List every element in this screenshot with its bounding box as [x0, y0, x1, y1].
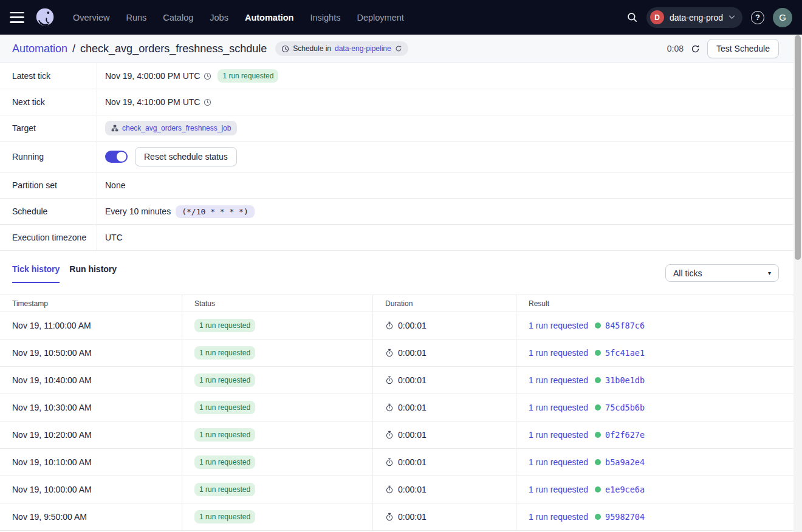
table-row: Nov 19, 11:00:00 AM 1 run requested 0:00…	[0, 312, 793, 339]
scrollbar-thumb[interactable]	[795, 35, 801, 260]
runs-requested-link[interactable]: 1 run requested	[529, 430, 588, 440]
running-toggle[interactable]	[105, 151, 128, 163]
tick-duration: 0:00:01	[398, 430, 427, 440]
column-header-duration: Duration	[373, 295, 516, 312]
refresh-icon[interactable]	[395, 45, 402, 52]
tick-duration: 0:00:01	[398, 485, 427, 494]
header-actions: 0:08 Test Schedule	[667, 39, 779, 58]
detail-row-target: Target check_avg_orders_freshness_job	[0, 115, 793, 142]
nav-item-deployment[interactable]: Deployment	[357, 13, 403, 22]
nav-item-catalog[interactable]: Catalog	[163, 13, 193, 22]
run-id-link[interactable]: 5fc41ae1	[605, 348, 645, 358]
test-schedule-button[interactable]: Test Schedule	[707, 39, 779, 58]
latest-tick-time: Nov 19, 4:00:00 PM UTC	[105, 71, 200, 81]
nav-item-runs[interactable]: Runs	[126, 13, 146, 22]
refresh-countdown: 0:08	[667, 44, 684, 53]
run-id-link[interactable]: 75cd5b6b	[605, 403, 645, 412]
runs-requested-link[interactable]: 1 run requested	[529, 321, 588, 330]
search-icon[interactable]	[626, 12, 638, 23]
target-job-link[interactable]: check_avg_orders_freshness_job	[122, 124, 231, 132]
status-badge: 1 run requested	[194, 483, 255, 496]
tick-duration: 0:00:01	[398, 348, 427, 358]
tick-timestamp: Nov 19, 9:50:00 AM	[0, 503, 182, 530]
tick-filter-select[interactable]: All ticks ▾	[665, 264, 779, 282]
run-id-link[interactable]: 845f87c6	[605, 321, 645, 330]
tick-timestamp: Nov 19, 10:10:00 AM	[0, 449, 182, 476]
user-avatar[interactable]: G	[773, 8, 792, 27]
table-row: Nov 19, 10:00:00 AM 1 run requested 0:00…	[0, 476, 793, 503]
tick-timestamp: Nov 19, 10:40:00 AM	[0, 367, 182, 394]
run-id-link[interactable]: e1e9ce6a	[605, 485, 645, 494]
nav-item-jobs[interactable]: Jobs	[210, 13, 228, 22]
detail-label: Partition set	[0, 172, 97, 198]
run-id-link[interactable]: 0f2f627e	[605, 430, 645, 440]
caret-down-icon: ▾	[768, 270, 771, 276]
detail-label: Execution timezone	[0, 225, 97, 250]
tick-duration: 0:00:01	[398, 321, 427, 330]
table-row: Nov 19, 10:10:00 AM 1 run requested 0:00…	[0, 449, 793, 476]
clock-icon	[204, 98, 211, 106]
clock-icon	[281, 45, 289, 53]
detail-row-schedule: Schedule Every 10 minutes (*/10 * * * *)	[0, 199, 793, 225]
clock-icon	[204, 72, 211, 80]
timezone-value: UTC	[105, 233, 123, 242]
run-status-dot	[595, 377, 601, 383]
tab-run-history[interactable]: Run history	[69, 264, 117, 283]
menu-icon[interactable]	[10, 12, 24, 23]
tick-filter-value: All ticks	[673, 268, 702, 278]
run-status-dot	[595, 459, 601, 465]
run-status-dot	[595, 514, 601, 520]
deployment-switcher[interactable]: D data-eng-prod	[646, 7, 742, 28]
table-row: Nov 19, 9:50:00 AM 1 run requested 0:00:…	[0, 503, 793, 531]
detail-label: Next tick	[0, 89, 97, 115]
deployment-initial-badge: D	[650, 10, 664, 24]
nav-item-insights[interactable]: Insights	[310, 13, 340, 22]
run-id-link[interactable]: b5a9a2e4	[605, 457, 645, 467]
nav-item-overview[interactable]: Overview	[73, 13, 109, 22]
help-icon[interactable]: ?	[751, 11, 764, 24]
runs-requested-link[interactable]: 1 run requested	[529, 403, 588, 412]
column-header-status: Status	[182, 295, 373, 312]
reset-schedule-status-button[interactable]: Reset schedule status	[135, 147, 237, 166]
topnav-right: D data-eng-prod ? G	[626, 7, 792, 28]
detail-row-running: Running Reset schedule status	[0, 142, 793, 172]
runs-requested-link[interactable]: 1 run requested	[529, 457, 588, 467]
run-requested-badge: 1 run requested	[218, 69, 278, 83]
detail-label: Latest tick	[0, 63, 97, 89]
page-title: check_avg_orders_freshness_schdule	[80, 43, 267, 55]
runs-requested-link[interactable]: 1 run requested	[529, 375, 588, 385]
run-status-dot	[595, 486, 601, 493]
tab-tick-history[interactable]: Tick history	[12, 264, 60, 283]
run-id-link[interactable]: 31b0e1db	[605, 375, 645, 385]
detail-row-partition-set: Partition set None	[0, 172, 793, 199]
status-badge: 1 run requested	[194, 401, 255, 414]
schedule-details: Latest tick Nov 19, 4:00:00 PM UTC 1 run…	[0, 63, 793, 251]
tick-timestamp: Nov 19, 10:50:00 AM	[0, 339, 182, 366]
partition-set-value: None	[105, 180, 125, 190]
runs-requested-link[interactable]: 1 run requested	[529, 348, 588, 358]
run-status-dot	[595, 404, 601, 411]
location-badge-prefix: Schedule in	[293, 44, 331, 53]
primary-nav: Overview Runs Catalog Jobs Automation In…	[73, 13, 404, 22]
history-tabs: Tick history Run history	[12, 264, 117, 283]
status-badge: 1 run requested	[194, 346, 255, 360]
runs-requested-link[interactable]: 1 run requested	[529, 512, 588, 522]
schedule-interval-text: Every 10 minutes	[105, 206, 171, 216]
refresh-icon[interactable]	[691, 44, 700, 53]
nav-item-automation[interactable]: Automation	[245, 13, 294, 22]
status-badge: 1 run requested	[194, 455, 255, 469]
status-badge: 1 run requested	[194, 428, 255, 442]
tick-timestamp: Nov 19, 10:00:00 AM	[0, 476, 182, 503]
run-id-link[interactable]: 95982704	[605, 512, 645, 522]
job-graph-icon	[111, 124, 118, 132]
status-badge: 1 run requested	[194, 319, 255, 332]
table-header-row: Timestamp Status Duration Result	[0, 295, 793, 312]
dagster-logo-icon[interactable]	[34, 7, 56, 29]
runs-requested-link[interactable]: 1 run requested	[529, 485, 588, 494]
code-location-link[interactable]: data-eng-pipeline	[335, 44, 391, 53]
detail-label: Target	[0, 115, 97, 141]
table-row: Nov 19, 10:40:00 AM 1 run requested 0:00…	[0, 367, 793, 394]
column-header-result: Result	[516, 295, 793, 312]
breadcrumb-automation-link[interactable]: Automation	[12, 43, 67, 55]
tick-duration: 0:00:01	[398, 512, 427, 522]
